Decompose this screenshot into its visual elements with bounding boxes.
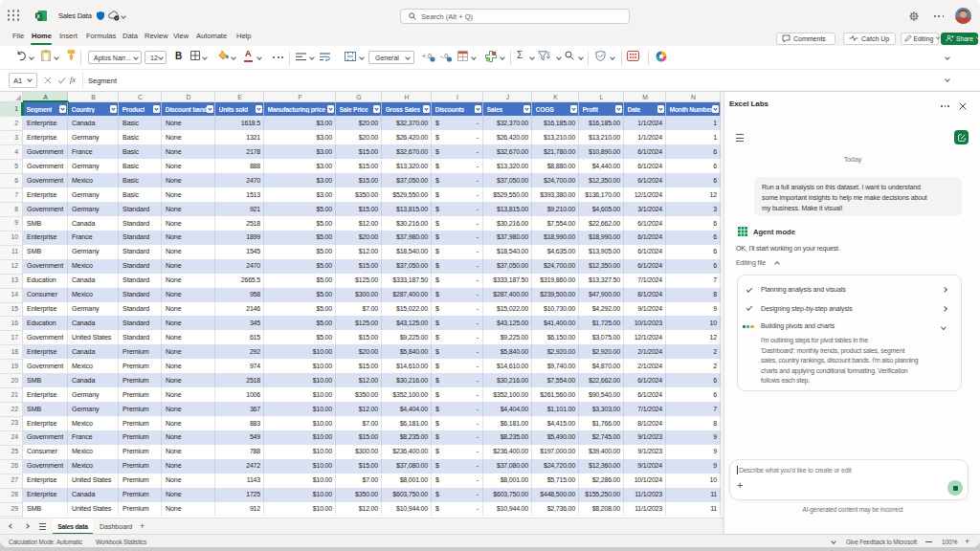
svg-text:-.0: -.0 <box>440 53 448 59</box>
svg-text:X: X <box>36 13 40 19</box>
svg-text:+.0: +.0 <box>422 53 432 59</box>
